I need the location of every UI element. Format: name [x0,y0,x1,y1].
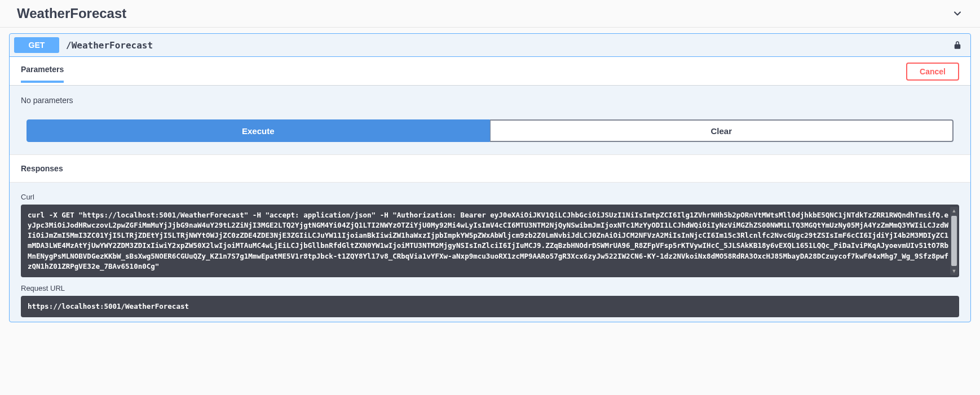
section-title: WeatherForecast [17,6,126,21]
request-url-output[interactable]: https://localhost:5001/WeatherForecast [21,296,959,317]
execute-button[interactable]: Execute [27,119,490,142]
clear-button[interactable]: Clear [490,119,954,142]
section-header[interactable]: WeatherForecast [0,0,980,28]
operation-block: GET /WeatherForecast Parameters Cancel N… [9,33,971,322]
curl-label: Curl [21,193,959,201]
parameters-tab-header: Parameters Cancel [10,57,970,85]
request-url-label: Request URL [21,284,959,292]
execute-row: Execute Clear [10,119,970,154]
tab-parameters[interactable]: Parameters [21,65,64,83]
operation-body: Parameters Cancel No parameters Execute … [10,56,970,322]
responses-heading: Responses [10,154,970,183]
curl-block-wrap: curl -X GET "https://localhost:5001/Weat… [21,205,959,277]
operation-path: /WeatherForecast [66,40,153,51]
scroll-thumb[interactable] [951,216,957,266]
operation-summary-left: GET /WeatherForecast [14,37,153,53]
no-parameters-text: No parameters [10,86,970,119]
curl-output[interactable]: curl -X GET "https://localhost:5001/Weat… [21,205,959,277]
operation-summary[interactable]: GET /WeatherForecast [10,34,970,56]
scrollbar[interactable]: ▲ ▼ [950,207,958,275]
response-body: Curl curl -X GET "https://localhost:5001… [10,183,970,322]
method-badge: GET [14,37,59,53]
lock-icon[interactable] [952,40,966,50]
cancel-button[interactable]: Cancel [906,63,959,81]
scroll-up-icon[interactable]: ▲ [950,207,958,215]
chevron-down-icon[interactable] [952,8,963,19]
scroll-down-icon[interactable]: ▼ [950,267,958,275]
